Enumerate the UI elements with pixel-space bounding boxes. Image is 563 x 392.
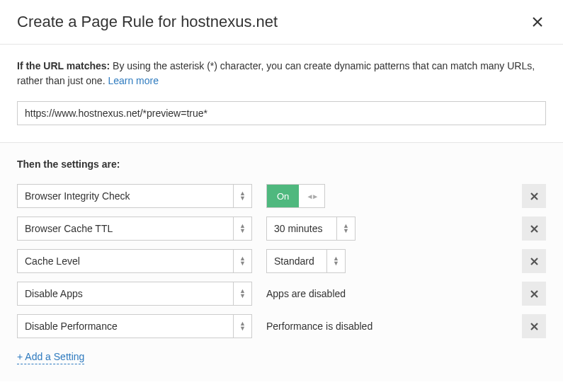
value-select[interactable]: Standard ▲▼ (266, 249, 346, 273)
value-select[interactable]: 30 minutes ▲▼ (266, 217, 356, 241)
if-description: If the URL matches: By using the asteris… (17, 59, 546, 88)
value-select-label: Standard (267, 250, 326, 272)
setting-select-label: Disable Apps (18, 282, 233, 305)
close-icon[interactable] (529, 13, 546, 30)
rule-row: Browser Integrity Check ▲▼ On ◄► (17, 184, 546, 208)
stepper-icon[interactable]: ▲▼ (233, 185, 251, 207)
remove-button[interactable] (522, 314, 546, 338)
setting-select-label: Browser Integrity Check (18, 185, 233, 207)
stepper-icon[interactable]: ▲▼ (233, 217, 251, 240)
rule-row: Disable Performance ▲▼ Performance is di… (17, 314, 546, 338)
toggle-off-handle: ◄► (299, 185, 324, 207)
value-column: Standard ▲▼ (266, 249, 508, 273)
url-input[interactable] (17, 101, 546, 125)
stepper-icon[interactable]: ▲▼ (233, 282, 251, 305)
stepper-icon[interactable]: ▲▼ (336, 217, 355, 240)
stepper-icon[interactable]: ▲▼ (233, 315, 251, 338)
remove-button[interactable] (522, 282, 546, 306)
value-column: Performance is disabled (266, 321, 508, 332)
remove-button[interactable] (522, 217, 546, 241)
setting-select[interactable]: Disable Performance ▲▼ (17, 314, 252, 338)
dialog-title: Create a Page Rule for hostnexus.net (17, 13, 278, 31)
setting-select[interactable]: Browser Cache TTL ▲▼ (17, 217, 252, 241)
value-column: 30 minutes ▲▼ (266, 217, 508, 241)
then-section: Then the settings are: Browser Integrity… (0, 143, 563, 381)
rule-row: Cache Level ▲▼ Standard ▲▼ (17, 249, 546, 273)
value-column: On ◄► (266, 184, 508, 208)
remove-button[interactable] (522, 249, 546, 273)
dialog-header: Create a Page Rule for hostnexus.net (0, 0, 563, 45)
setting-select[interactable]: Cache Level ▲▼ (17, 249, 252, 273)
rule-row: Browser Cache TTL ▲▼ 30 minutes ▲▼ (17, 217, 546, 241)
value-text: Apps are disabled (266, 288, 346, 299)
setting-select[interactable]: Browser Integrity Check ▲▼ (17, 184, 252, 208)
value-column: Apps are disabled (266, 288, 508, 299)
if-label: If the URL matches: (17, 60, 110, 71)
remove-button[interactable] (522, 184, 546, 208)
stepper-icon[interactable]: ▲▼ (326, 250, 345, 272)
learn-more-link[interactable]: Learn more (108, 75, 159, 86)
then-label: Then the settings are: (17, 158, 546, 170)
if-section: If the URL matches: By using the asteris… (0, 45, 563, 143)
toggle-switch[interactable]: On ◄► (266, 184, 325, 208)
value-select-label: 30 minutes (267, 217, 336, 240)
setting-select[interactable]: Disable Apps ▲▼ (17, 282, 252, 306)
toggle-on: On (267, 185, 299, 207)
rule-row: Disable Apps ▲▼ Apps are disabled (17, 282, 546, 306)
stepper-icon[interactable]: ▲▼ (233, 250, 251, 272)
setting-select-label: Cache Level (18, 250, 233, 272)
setting-select-label: Browser Cache TTL (18, 217, 233, 240)
setting-select-label: Disable Performance (18, 315, 233, 338)
value-text: Performance is disabled (266, 321, 373, 332)
add-setting-link[interactable]: + Add a Setting (17, 351, 84, 364)
